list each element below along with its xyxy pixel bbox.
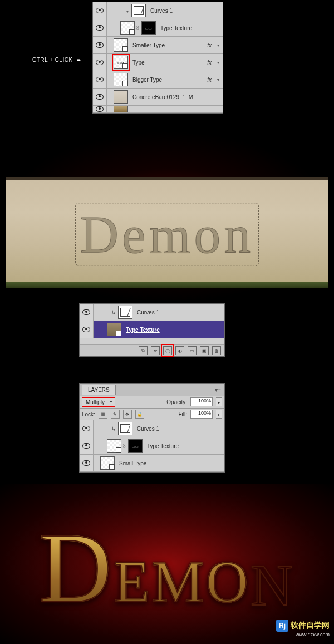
visibility-toggle[interactable] — [93, 54, 107, 71]
layers-panel-3: LAYERS ▾≡ Multiply Opacity: 100% ▸ Lock:… — [79, 383, 225, 473]
lock-label: Lock: — [82, 411, 95, 417]
layer-row-small-type[interactable]: Small Type — [80, 455, 224, 472]
trash-icon[interactable]: 🗑 — [212, 346, 221, 355]
visibility-toggle[interactable] — [93, 89, 107, 105]
layer-name[interactable]: Curves 1 — [137, 309, 159, 316]
opacity-label: Opacity: — [166, 399, 187, 405]
link-icon: 𝟾 — [122, 441, 127, 450]
panel-menu-icon[interactable]: ▾≡ — [215, 387, 221, 393]
annotation-ctrl-click: CTRL + CLICK ➨ — [32, 57, 81, 63]
watermark-url: www.rjzxw.com — [296, 632, 330, 637]
watermark-text: 软件自学网 — [291, 621, 330, 631]
layer-thumbnail[interactable] — [114, 38, 128, 52]
visibility-toggle[interactable] — [80, 304, 94, 321]
lock-transparency-icon[interactable]: ▦ — [99, 410, 107, 419]
fill-label: Fill: — [178, 411, 187, 417]
layer-thumbnail[interactable] — [114, 90, 128, 104]
group-icon[interactable]: ▭ — [188, 346, 197, 355]
watermark-logo: Rj — [276, 620, 288, 632]
layer-thumbnail[interactable] — [100, 456, 115, 470]
gold-demon-text: Demon — [39, 510, 294, 626]
layer-thumbnail[interactable] — [120, 21, 135, 35]
fill-input[interactable]: 100% — [190, 410, 213, 419]
visibility-toggle[interactable] — [80, 437, 94, 454]
layer-row-type-texture[interactable]: 𝟾 ▭▭ Type Texture — [93, 19, 223, 37]
layer-name[interactable]: Type Texture — [160, 25, 192, 31]
fx-icon[interactable]: fx — [151, 346, 160, 355]
adjustment-thumbnail[interactable] — [118, 422, 132, 435]
new-layer-icon[interactable]: ▣ — [200, 346, 209, 355]
layer-name[interactable]: Type Texture — [147, 443, 179, 449]
link-icon: 𝟾 — [136, 23, 140, 32]
layer-name[interactable]: Smaller Type — [132, 42, 165, 48]
adjustment-thumbnail[interactable] — [131, 4, 146, 17]
eye-icon — [96, 106, 104, 112]
visibility-toggle[interactable] — [93, 71, 107, 88]
visibility-toggle[interactable] — [93, 37, 107, 53]
add-mask-icon[interactable]: ◯ — [163, 346, 172, 355]
layer-name[interactable]: Curves 1 — [150, 8, 173, 14]
blend-mode-dropdown[interactable]: Multiply — [82, 397, 115, 407]
lock-position-icon[interactable]: ✥ — [123, 410, 132, 419]
visibility-toggle[interactable] — [80, 420, 94, 437]
adjustment-thumbnail[interactable] — [118, 306, 132, 319]
layer-thumbnail[interactable] — [114, 106, 128, 112]
layer-thumbnail[interactable] — [114, 73, 128, 86]
visibility-toggle[interactable] — [80, 321, 94, 338]
annotation-text: CTRL + CLICK — [32, 57, 73, 63]
layer-name[interactable]: Curves 1 — [137, 426, 159, 432]
visibility-toggle[interactable] — [80, 455, 94, 471]
visibility-toggle[interactable] — [93, 2, 107, 19]
arrow-icon: ➨ — [77, 57, 82, 63]
layer-row-curves1[interactable]: ↳ Curves 1 — [93, 2, 223, 19]
layer-row-type-texture-selected[interactable]: Type Texture — [80, 321, 224, 338]
opacity-input[interactable]: 100% — [190, 397, 213, 406]
layer-row-type[interactable]: ᴅᴇᴍ Type fx ▾ — [93, 54, 223, 71]
layer-name[interactable]: Type Texture — [126, 327, 160, 333]
selection-text: Demon — [6, 203, 328, 265]
layer-mask-thumbnail[interactable]: ▭▭ — [141, 21, 156, 35]
layer-row-smaller-type[interactable]: Smaller Type fx ▾ — [93, 37, 223, 54]
link-layers-icon[interactable]: ⧉ — [139, 346, 148, 355]
layer-row-extra[interactable] — [93, 106, 223, 113]
layer-row-bigger-type[interactable]: Bigger Type fx ▾ — [93, 71, 223, 89]
eye-icon — [96, 77, 104, 82]
fx-badge[interactable]: fx — [205, 42, 214, 48]
layer-name[interactable]: Type — [132, 60, 145, 66]
layers-tab[interactable]: LAYERS — [82, 385, 116, 395]
eye-icon — [96, 60, 104, 65]
layer-thumbnail-highlighted[interactable]: ᴅᴇᴍ — [114, 56, 128, 69]
eye-icon — [82, 460, 90, 466]
watermark: Rj 软件自学网 www.rjzxw.com — [276, 620, 330, 632]
fill-flyout-icon[interactable]: ▸ — [216, 410, 222, 419]
layer-row-curves1[interactable]: ↳ Curves 1 — [80, 420, 224, 437]
opacity-flyout-icon[interactable]: ▸ — [216, 397, 222, 406]
layer-thumbnail[interactable] — [107, 439, 121, 453]
layers-bottom-bar: ⧉ fx ◯ ◐ ▭ ▣ 🗑 — [80, 345, 224, 356]
layer-row-type-texture[interactable]: 𝟾 ▭▭ Type Texture — [80, 437, 224, 455]
chevron-down-icon[interactable]: ▾ — [215, 43, 222, 48]
lock-pixels-icon[interactable]: ✎ — [111, 410, 120, 419]
fx-badge[interactable]: fx — [205, 60, 214, 66]
layer-mask-thumbnail[interactable]: ▭▭ — [128, 439, 143, 453]
visibility-toggle[interactable] — [93, 19, 107, 36]
layer-row-concrete[interactable]: ConcreteBare0129_1_M — [93, 89, 223, 106]
clip-arrow-icon: ↳ — [111, 309, 116, 316]
canvas-preview-concrete: Demon — [6, 177, 328, 288]
fx-badge[interactable]: fx — [205, 77, 214, 83]
visibility-toggle[interactable] — [93, 106, 107, 112]
eye-icon — [96, 94, 104, 100]
chevron-down-icon[interactable]: ▾ — [215, 77, 222, 82]
eye-icon — [82, 309, 90, 315]
layer-name[interactable]: ConcreteBare0129_1_M — [132, 94, 193, 100]
adjustment-layer-icon[interactable]: ◐ — [175, 346, 184, 355]
layers-panel-1: ↳ Curves 1 𝟾 ▭▭ Type Texture Smaller Typ… — [92, 2, 223, 114]
layer-name[interactable]: Bigger Type — [132, 77, 162, 83]
layer-thumbnail[interactable] — [107, 323, 121, 336]
layer-name[interactable]: Small Type — [119, 460, 146, 466]
canvas-preview-gold: Demon — [0, 512, 334, 623]
blend-opacity-row: Multiply Opacity: 100% ▸ — [80, 396, 224, 409]
lock-all-icon[interactable]: 🔒 — [135, 410, 144, 419]
chevron-down-icon[interactable]: ▾ — [215, 60, 222, 65]
layer-row-curves1[interactable]: ↳ Curves 1 — [80, 304, 224, 321]
